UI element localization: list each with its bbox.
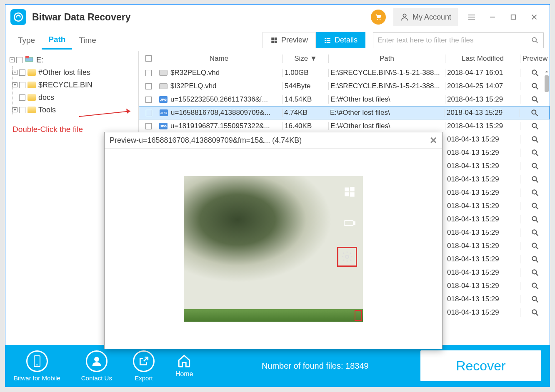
svg-rect-14	[327, 38, 330, 39]
view-details-button[interactable]: Details	[316, 32, 365, 48]
preview-icon[interactable]	[531, 308, 539, 317]
svg-point-55	[532, 283, 536, 287]
svg-rect-71	[354, 222, 355, 224]
svg-line-28	[536, 101, 538, 103]
account-button[interactable]: My Account	[393, 8, 458, 26]
vhd-icon	[159, 83, 168, 89]
drive-icon	[25, 55, 34, 65]
expand-icon[interactable]: +	[12, 107, 18, 112]
row-checkbox[interactable]	[145, 70, 152, 76]
maximize-button[interactable]	[503, 8, 524, 26]
cell-path: E:\$RECYCLE.BIN\S-1-5-21-388...	[329, 69, 445, 77]
col-name[interactable]: Name	[155, 55, 283, 63]
file-row[interactable]: JPGu=1552232550,266117336&f...14.54KBE:\…	[139, 93, 550, 106]
preview-icon[interactable]	[531, 268, 539, 277]
svg-point-63	[94, 357, 99, 362]
preview-icon[interactable]	[531, 282, 539, 290]
preview-icon[interactable]	[531, 82, 539, 90]
svg-line-26	[536, 87, 538, 89]
expand-icon[interactable]: +	[12, 70, 18, 75]
tab-type[interactable]: Type	[11, 32, 42, 49]
svg-line-64	[79, 111, 130, 117]
preview-icon[interactable]	[531, 215, 539, 223]
contact-us-button[interactable]: Contact Us	[81, 350, 112, 382]
folder-icon	[28, 69, 36, 76]
view-preview-button[interactable]: Preview	[262, 32, 316, 48]
expand-icon[interactable]: −	[10, 57, 15, 62]
svg-marker-65	[126, 109, 130, 114]
cell-path: E:\$RECYCLE.BIN\S-1-5-21-388...	[329, 82, 445, 90]
scrollbar[interactable]	[545, 68, 549, 345]
cell-modified: 018-04-13 15:29	[445, 149, 520, 157]
scroll-up-icon[interactable]	[545, 69, 549, 74]
preview-icon[interactable]	[531, 149, 539, 157]
bitwar-mobile-button[interactable]: Bitwar for Mobile	[14, 350, 60, 382]
preview-icon[interactable]	[531, 135, 539, 144]
menu-button[interactable]	[461, 8, 482, 26]
cell-modified: 018-04-13 15:29	[445, 295, 520, 303]
minimize-button[interactable]	[482, 8, 503, 26]
tree-node[interactable]: docs	[12, 91, 138, 104]
row-checkbox[interactable]	[145, 83, 152, 89]
preview-icon[interactable]	[531, 95, 539, 104]
file-row[interactable]: JPGu=1658816708,4138809709&...4.74KBE:\#…	[139, 106, 550, 119]
preview-icon[interactable]	[531, 122, 539, 130]
file-row[interactable]: $I32PELQ.vhd544ByteE:\$RECYCLE.BIN\S-1-5…	[139, 79, 550, 93]
select-all-checkbox[interactable]	[145, 55, 152, 62]
cell-modified: 2018-04-25 14:07	[445, 82, 520, 90]
tree-checkbox[interactable]	[19, 69, 25, 76]
recover-button[interactable]: Recover	[420, 350, 541, 381]
tree-checkbox[interactable]	[19, 94, 25, 101]
cell-name: u=1819196877,1550957322&...	[170, 122, 270, 130]
preview-icon[interactable]	[531, 295, 539, 303]
tab-time[interactable]: Time	[72, 32, 103, 49]
search-icon[interactable]	[531, 36, 539, 45]
scroll-thumb[interactable]	[545, 75, 549, 92]
preview-icon[interactable]	[531, 242, 539, 250]
svg-point-51	[532, 256, 536, 261]
row-checkbox[interactable]	[145, 123, 152, 129]
svg-line-34	[536, 141, 538, 143]
file-row[interactable]: $R32PELQ.vhd1.00GBE:\$RECYCLE.BIN\S-1-5-…	[139, 66, 550, 79]
close-button[interactable]	[524, 8, 545, 26]
tree-checkbox[interactable]	[19, 107, 25, 113]
settings-icon	[337, 247, 357, 267]
row-checkbox[interactable]	[146, 110, 152, 116]
cell-path: E:\#Other lost files\	[329, 95, 445, 104]
tree-checkbox[interactable]	[16, 57, 22, 63]
home-button[interactable]: Home	[175, 354, 193, 378]
preview-taskbar	[184, 309, 363, 322]
preview-icon[interactable]	[531, 255, 539, 263]
tree-node[interactable]: +$RECYCLE.BIN	[12, 79, 138, 91]
cell-modified: 018-04-13 15:29	[445, 175, 520, 184]
cart-button[interactable]	[371, 10, 386, 25]
preview-icon[interactable]	[531, 162, 539, 170]
export-button[interactable]: Export	[133, 350, 155, 382]
tree-root[interactable]: − E:	[10, 54, 138, 66]
tab-path[interactable]: Path	[42, 31, 72, 50]
popup-close-button[interactable]: ✕	[430, 135, 437, 146]
annotation-arrow	[77, 106, 135, 119]
row-checkbox[interactable]	[145, 97, 152, 103]
preview-icon[interactable]	[531, 69, 539, 77]
preview-icon[interactable]	[531, 202, 539, 210]
preview-icon[interactable]	[530, 109, 539, 117]
preview-icon[interactable]	[531, 228, 539, 237]
jpg-icon: JPG	[159, 96, 168, 103]
preview-icon[interactable]	[531, 175, 539, 184]
svg-line-54	[536, 274, 538, 276]
file-row[interactable]: JPGu=1819196877,1550957322&...16.40KBE:\…	[139, 119, 550, 133]
preview-popup: Preview-u=1658816708,4138809709&fm=15&..…	[104, 132, 442, 349]
app-title: Bitwar Data Recovery	[32, 12, 371, 23]
preview-icon[interactable]	[531, 189, 539, 197]
tree-node[interactable]: +#Other lost files	[12, 66, 138, 79]
search-box[interactable]	[373, 32, 544, 48]
expand-icon[interactable]: +	[12, 82, 18, 87]
svg-point-57	[532, 296, 536, 300]
col-modified[interactable]: Last Modified	[445, 55, 520, 63]
cell-modified: 018-04-13 15:29	[445, 268, 520, 277]
col-size[interactable]: Size ▼	[283, 55, 329, 63]
tree-checkbox[interactable]	[19, 82, 25, 88]
col-path[interactable]: Path	[329, 55, 445, 63]
search-input[interactable]	[378, 36, 531, 45]
